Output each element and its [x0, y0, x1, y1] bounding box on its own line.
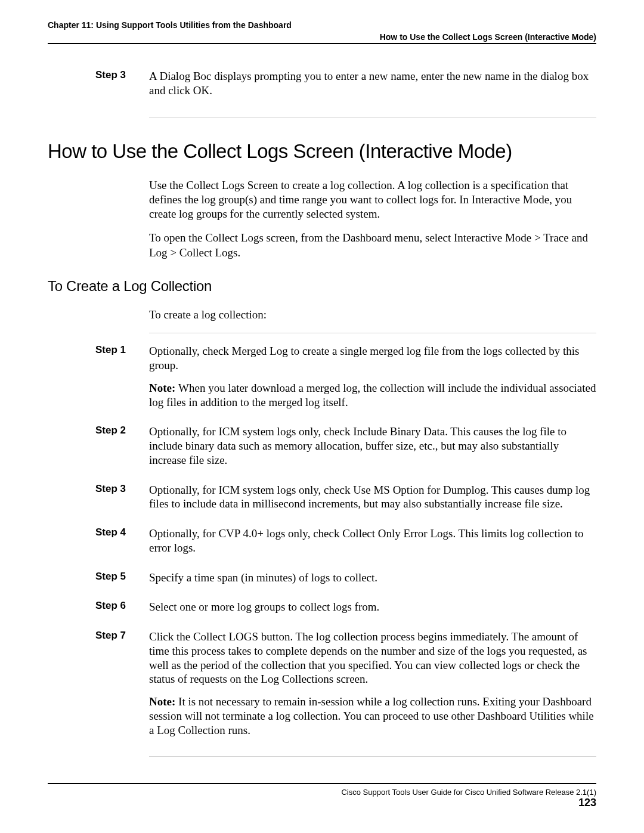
lead-text: To create a log collection:: [149, 308, 596, 322]
step-text: A Dialog Boc displays prompting you to e…: [149, 69, 596, 98]
step-label: Step 6: [48, 600, 149, 623]
intro-block: Use the Collect Logs Screen to create a …: [149, 178, 596, 261]
step-label: Step 1: [48, 344, 149, 417]
steps-block: Step 1 Optionally, check Merged Log to c…: [48, 344, 596, 745]
step-body: Optionally, check Merged Log to create a…: [149, 344, 596, 417]
page-header: Chapter 11: Using Support Tools Utilitie…: [48, 20, 596, 44]
step-row: Step 2 Optionally, for ICM system logs o…: [48, 425, 596, 475]
heading-1: How to Use the Collect Logs Screen (Inte…: [48, 140, 596, 163]
step-text: Select one or more log groups to collect…: [149, 600, 596, 614]
header-chapter: Chapter 11: Using Support Tools Utilitie…: [48, 20, 596, 30]
intro-paragraph: Use the Collect Logs Screen to create a …: [149, 178, 596, 222]
header-section: How to Use the Collect Logs Screen (Inte…: [48, 32, 596, 42]
step-body: Specify a time span (in minutes) of logs…: [149, 571, 596, 593]
step-label: Step 5: [48, 571, 149, 593]
step-label: Step 7: [48, 630, 149, 745]
divider: [149, 117, 596, 117]
step-row: Step 4 Optionally, for CVP 4.0+ logs onl…: [48, 527, 596, 563]
step-row: Step 3 Optionally, for ICM system logs o…: [48, 483, 596, 520]
step-text: Specify a time span (in minutes) of logs…: [149, 571, 596, 585]
divider: [149, 756, 596, 757]
step-label: Step 2: [48, 425, 149, 475]
step-label: Step 3: [48, 483, 149, 520]
footer-page-number: 123: [48, 797, 596, 809]
step-row: Step 5 Specify a time span (in minutes) …: [48, 571, 596, 593]
step-text: Optionally, for ICM system logs only, ch…: [149, 425, 596, 467]
note-label: Note:: [149, 695, 178, 708]
step-text: Optionally, check Merged Log to create a…: [149, 344, 596, 373]
intro-paragraph: To open the Collect Logs screen, from th…: [149, 231, 596, 260]
prior-step-row: Step 3 A Dialog Boc displays prompting y…: [48, 69, 596, 106]
step-row: Step 6 Select one or more log groups to …: [48, 600, 596, 623]
page-footer: Cisco Support Tools User Guide for Cisco…: [48, 783, 596, 809]
step-text: Click the Collect LOGS button. The log c…: [149, 630, 596, 686]
step-row: Step 1 Optionally, check Merged Log to c…: [48, 344, 596, 417]
step-body: Optionally, for ICM system logs only, ch…: [149, 425, 596, 475]
note-label: Note:: [149, 382, 178, 394]
step-label: Step 3: [48, 69, 149, 106]
heading-2: To Create a Log Collection: [48, 278, 596, 295]
step-body: Optionally, for ICM system logs only, ch…: [149, 483, 596, 520]
step-text: Optionally, for CVP 4.0+ logs only, chec…: [149, 527, 596, 555]
footer-rule: [48, 783, 596, 784]
step-label: Step 4: [48, 527, 149, 563]
divider: [149, 333, 596, 333]
step-text: Optionally, for ICM system logs only, ch…: [149, 483, 596, 512]
lead-block: To create a log collection:: [149, 308, 596, 322]
step-note: Note: It is not necessary to remain in-s…: [149, 695, 596, 737]
step-body: A Dialog Boc displays prompting you to e…: [149, 69, 596, 106]
step-body: Optionally, for CVP 4.0+ logs only, chec…: [149, 527, 596, 563]
note-text: When you later download a merged log, th…: [149, 382, 596, 408]
step-row: Step 7 Click the Collect LOGS button. Th…: [48, 630, 596, 745]
step-body: Click the Collect LOGS button. The log c…: [149, 630, 596, 745]
note-text: It is not necessary to remain in-session…: [149, 695, 594, 736]
step-body: Select one or more log groups to collect…: [149, 600, 596, 623]
step-note: Note: When you later download a merged l…: [149, 381, 596, 410]
footer-title: Cisco Support Tools User Guide for Cisco…: [48, 788, 596, 797]
